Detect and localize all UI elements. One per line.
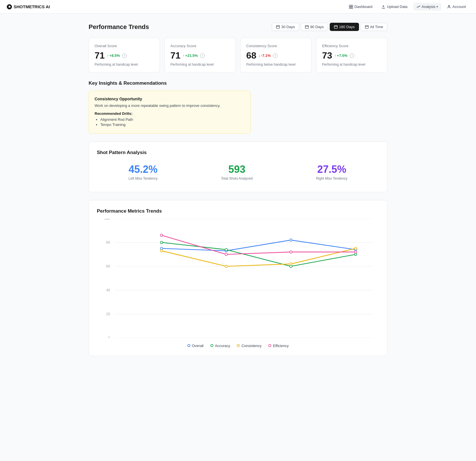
legend-dot-accuracy [210,344,213,347]
dashboard-icon [349,5,353,9]
legend-dot-overall [187,344,190,347]
svg-point-51 [290,263,292,265]
date-filter-180-label: 180 Days [339,25,355,29]
analysis-chevron: ▾ [437,5,438,8]
legend-dot-consistency [237,344,240,347]
nav-analysis[interactable]: Analysis ▾ [413,3,441,11]
consistency-desc: Performing below handicap level [246,63,306,67]
svg-text:80: 80 [106,240,110,244]
insight-card-title: Consistency Opportunity [95,97,245,101]
accuracy-delta: +21.5% [183,53,198,58]
overall-delta: +8.5% [107,53,120,58]
brand: SHOTMETRICS AI [7,4,50,9]
nav-upload[interactable]: Upload Data [378,3,411,11]
svg-point-46 [225,248,227,251]
svg-point-41 [160,247,163,249]
date-filter-30[interactable]: 30 Days [272,23,299,31]
svg-point-48 [354,253,357,255]
svg-text:60: 60 [106,264,110,268]
svg-point-56 [354,251,357,253]
overall-desc: Performing at handicap level [95,63,154,67]
insight-drills-label: Recommended Drills: [95,111,245,116]
svg-point-4 [448,5,450,7]
svg-rect-1 [351,5,353,6]
nav-links: Dashboard Upload Data Analysis ▾ Account [346,3,469,11]
date-filter-alltime-label: All Time [370,25,383,29]
legend-label-overall: Overall [192,344,204,348]
efficiency-value: 73 [322,50,332,61]
legend-overall: Overall [187,344,204,348]
navbar: SHOTMETRICS AI Dashboard Upload Data Ana… [0,0,476,14]
drill-item-2: Tempo Training [100,122,245,127]
legend-efficiency: Efficiency [268,344,289,348]
shot-pattern-section: Shot Pattern Analysis 45.2% Left Miss Te… [89,142,387,192]
nav-dashboard[interactable]: Dashboard [346,3,376,11]
score-card-consistency: Consistency Score 68 -7.1% i Performing … [240,38,312,72]
right-miss-stat: 27.5% Right Miss Tendency [316,163,348,180]
calendar-icon [276,25,280,29]
left-miss-value: 45.2% [129,163,158,175]
legend-accuracy: Accuracy [210,344,230,348]
drill-item-1: Alignment Rod Path [100,117,245,122]
account-icon [447,5,451,9]
svg-rect-13 [334,26,337,28]
efficiency-delta: +7.5% [335,53,348,58]
brand-logo [7,4,12,9]
accuracy-value: 71 [170,50,181,61]
date-filter-180[interactable]: 180 Days [330,23,359,31]
total-shots-stat: 593 Total Shots Analyzed [221,163,252,180]
legend-label-efficiency: Efficiency [273,344,289,348]
efficiency-title: Efficiency Score [322,44,381,48]
consistency-title: Consistency Score [246,44,306,48]
svg-point-45 [160,241,163,243]
page-title: Performance Trends [89,23,149,31]
shot-pattern-title: Shot Pattern Analysis [97,150,379,155]
svg-point-55 [290,251,292,253]
svg-point-43 [290,239,292,241]
svg-text:0: 0 [108,336,110,338]
left-miss-label: Left Miss Tendency [129,176,158,180]
date-filter-30-label: 30 Days [281,25,295,29]
svg-rect-3 [351,7,353,8]
efficiency-value-row: 73 +7.5% i [322,50,381,61]
date-filter-90-label: 90 Days [310,25,324,29]
insights-title: Key Insights & Recommendations [89,80,387,86]
svg-rect-9 [305,26,308,28]
svg-point-52 [354,247,357,249]
consistency-info[interactable]: i [273,53,277,58]
svg-point-54 [225,253,227,255]
efficiency-desc: Performing at handicap level [322,63,381,67]
score-card-efficiency: Efficiency Score 73 +7.5% i Performing a… [316,38,387,72]
chart-svg: 100 80 60 40 20 0 Oct 16 Dec 8 Dec 28 Ja… [97,219,379,338]
accuracy-title: Accuracy Score [170,44,230,48]
svg-rect-2 [349,7,351,8]
insight-card-desc: Work on developing a more repeatable swi… [95,103,245,109]
chart-wrapper: 100 80 60 40 20 0 Oct 16 Dec 8 Dec 28 Ja… [97,219,379,338]
brand-name: SHOTMETRICS AI [14,4,50,9]
overall-info[interactable]: i [122,53,127,58]
svg-point-53 [160,234,163,236]
shot-stats: 45.2% Left Miss Tendency 593 Total Shots… [97,160,379,184]
insights-section: Key Insights & Recommendations Consisten… [89,80,387,134]
efficiency-info[interactable]: i [350,53,354,58]
legend-dot-efficiency [268,344,271,347]
svg-rect-17 [365,26,368,28]
consistency-value-row: 68 -7.1% i [246,50,306,61]
chart-section: Performance Metrics Trends 100 80 60 40 [89,200,387,356]
overall-value: 71 [95,50,105,61]
overall-title: Overall Score [95,44,154,48]
total-shots-value: 593 [221,163,252,175]
svg-point-50 [225,265,227,267]
date-filter-90[interactable]: 90 Days [301,23,328,31]
legend-consistency: Consistency [237,344,262,348]
main-content: Performance Trends 30 Days 90 Days 180 D… [82,14,394,373]
svg-text:20: 20 [106,312,110,316]
date-filter-alltime[interactable]: All Time [361,23,387,31]
insight-drills-list: Alignment Rod Path Tempo Training [95,117,245,127]
score-card-overall: Overall Score 71 +8.5% i Performing at h… [89,38,160,72]
svg-point-49 [160,250,163,252]
svg-point-47 [290,265,292,267]
svg-rect-5 [276,26,279,28]
accuracy-info[interactable]: i [200,53,205,58]
nav-account[interactable]: Account [444,3,469,11]
